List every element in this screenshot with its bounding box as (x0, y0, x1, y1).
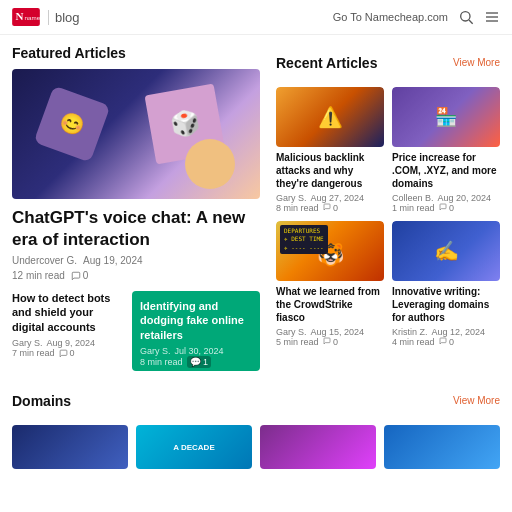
card2-author: Gary S. (140, 346, 171, 356)
card1-date: Aug 9, 2024 (47, 338, 96, 348)
domain-thumb-1[interactable] (12, 425, 128, 469)
svg-text:N: N (16, 10, 24, 22)
featured-card-2-meta: Gary S. Jul 30, 2024 (140, 346, 252, 356)
card2-comment-badge: 💬 1 (187, 356, 212, 368)
card2-date: Jul 30, 2024 (175, 346, 224, 356)
recent-thumb-4: ✍️ (392, 221, 500, 281)
content-columns: Featured Articles 😊 🎲 ChatGPT's voice ch… (12, 35, 500, 371)
featured-card-2-readtime: 8 min read 💬 1 (140, 356, 252, 368)
domain-thumb-4[interactable] (384, 425, 500, 469)
domains-section-header: Domains View More (12, 383, 500, 417)
recent-card-2-readtime: 1 min read 0 (392, 203, 500, 213)
comment-icon-3: 0 (323, 337, 339, 347)
site-header: N namecheap blog Go To Namecheap.com (0, 0, 512, 35)
comment-icon-4: 0 (439, 337, 455, 347)
domains-section: Domains View More A DECADE (12, 383, 500, 469)
comment-count-icon: 0 (71, 270, 89, 281)
svg-point-3 (461, 12, 470, 21)
recent-section-header: Recent Articles View More (276, 45, 500, 79)
featured-hero-date: Aug 19, 2024 (83, 255, 143, 266)
goto-namecheap-link[interactable]: Go To Namecheap.com (333, 11, 448, 23)
featured-section-title: Featured Articles (12, 45, 260, 61)
featured-card-1-readtime: 7 min read 0 (12, 348, 124, 358)
recent-card-1-title: Malicious backlink attacks and why they'… (276, 151, 384, 190)
recent-card-2-title: Price increase for .COM, .XYZ, and more … (392, 151, 500, 190)
recent-article-3[interactable]: DEPARTURES✈ DEST TIME✈ ---- ---- 🐯 What … (276, 221, 384, 347)
recent-card-4-readtime: 4 min read 0 (392, 337, 500, 347)
logo-area: N namecheap blog (12, 8, 80, 26)
thumb-3-content: DEPARTURES✈ DEST TIME✈ ---- ---- 🐯 (276, 221, 384, 281)
recent-thumb-1: ⚠️ (276, 87, 384, 147)
recent-article-4[interactable]: ✍️ Innovative writing: Leveraging domain… (392, 221, 500, 347)
hero-decoration-3 (185, 139, 235, 189)
recent-thumb-3: DEPARTURES✈ DEST TIME✈ ---- ---- 🐯 (276, 221, 384, 281)
blog-label: blog (48, 10, 80, 25)
featured-card-1-meta: Gary S. Aug 9, 2024 (12, 338, 124, 348)
recent-articles-grid: ⚠️ Malicious backlink attacks and why th… (276, 87, 500, 347)
featured-hero-title[interactable]: ChatGPT's voice chat: A new era of inter… (12, 207, 260, 251)
departure-board: DEPARTURES✈ DEST TIME✈ ---- ---- (280, 225, 328, 254)
header-actions: Go To Namecheap.com (333, 9, 500, 25)
recent-view-more-link[interactable]: View More (453, 57, 500, 68)
domains-section-title: Domains (12, 393, 71, 409)
recent-section-title: Recent Articles (276, 55, 377, 71)
recent-card-1-meta: Gary S. Aug 27, 2024 (276, 193, 384, 203)
hero-decoration-1: 😊 (34, 86, 111, 163)
recent-thumb-2: 🏪 (392, 87, 500, 147)
svg-text:namecheap: namecheap (25, 14, 40, 21)
featured-hero-image[interactable]: 😊 🎲 (12, 69, 260, 199)
thumb-1-icon: ⚠️ (318, 105, 343, 129)
recent-card-4-meta: Kristin Z. Aug 12, 2024 (392, 327, 500, 337)
card2-read-time: 8 min read (140, 357, 183, 367)
recent-card-2-meta: Colleen B. Aug 20, 2024 (392, 193, 500, 203)
featured-card-2-title: Identifying and dodging fake online reta… (140, 299, 252, 342)
svg-line-4 (469, 20, 473, 24)
card1-comment: 0 (59, 348, 75, 358)
card1-read-time: 7 min read (12, 348, 55, 358)
comment-icon-1: 0 (323, 203, 339, 213)
featured-hero-author: Undercover G. (12, 255, 77, 266)
thumb-4-icon: ✍️ (434, 239, 459, 263)
recent-card-3-meta: Gary S. Aug 15, 2024 (276, 327, 384, 337)
featured-hero-readtime: 12 min read 0 (12, 270, 260, 281)
recent-article-2[interactable]: 🏪 Price increase for .COM, .XYZ, and mor… (392, 87, 500, 213)
comment-icon-2: 0 (439, 203, 455, 213)
read-time-label: 12 min read (12, 270, 65, 281)
featured-card-1[interactable]: How to detect bots and shield your digit… (12, 291, 124, 371)
domain-thumb-3[interactable] (260, 425, 376, 469)
search-icon[interactable] (458, 9, 474, 25)
thumb-2-icon: 🏪 (435, 106, 457, 128)
recent-article-1[interactable]: ⚠️ Malicious backlink attacks and why th… (276, 87, 384, 213)
recent-card-3-readtime: 5 min read 0 (276, 337, 384, 347)
main-content: Featured Articles 😊 🎲 ChatGPT's voice ch… (0, 35, 512, 481)
domains-thumbnails: A DECADE (12, 425, 500, 469)
featured-section: Featured Articles 😊 🎲 ChatGPT's voice ch… (12, 35, 260, 371)
recent-card-4-title: Innovative writing: Leveraging domains f… (392, 285, 500, 324)
recent-card-1-readtime: 8 min read 0 (276, 203, 384, 213)
recent-section: Recent Articles View More ⚠️ Malicious b… (276, 35, 500, 371)
namecheap-logo: N namecheap (12, 8, 40, 26)
featured-small-cards: How to detect bots and shield your digit… (12, 291, 260, 371)
featured-hero-meta: Undercover G. Aug 19, 2024 (12, 255, 260, 266)
recent-card-3-title: What we learned from the CrowdStrike fia… (276, 285, 384, 324)
featured-card-2[interactable]: Identifying and dodging fake online reta… (132, 291, 260, 371)
featured-card-1-title: How to detect bots and shield your digit… (12, 291, 124, 334)
card1-author: Gary S. (12, 338, 43, 348)
comment-count: 0 (83, 270, 89, 281)
domains-view-more-link[interactable]: View More (453, 395, 500, 406)
domain-thumb-2[interactable]: A DECADE (136, 425, 252, 469)
menu-icon[interactable] (484, 9, 500, 25)
